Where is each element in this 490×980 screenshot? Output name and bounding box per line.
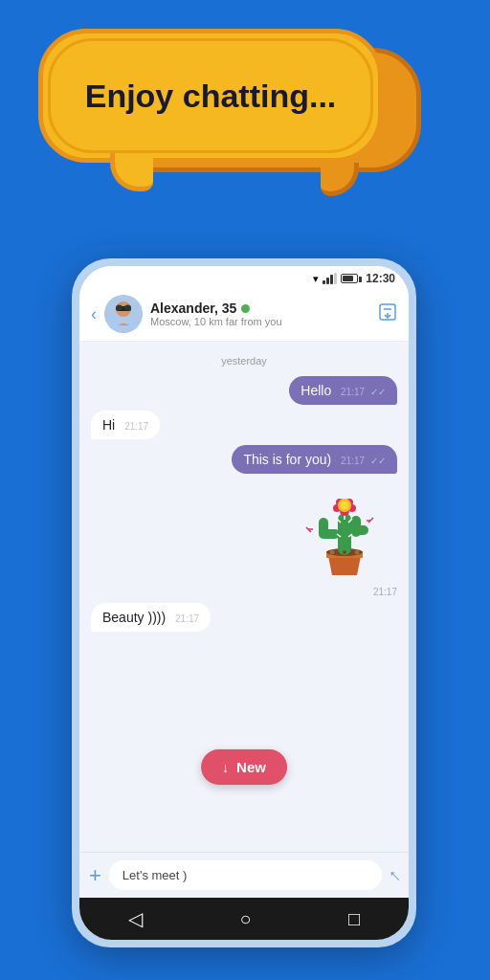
nav-home-button[interactable]: ○ bbox=[239, 908, 251, 930]
bubble-front: Enjoy chatting... bbox=[38, 29, 383, 163]
message-text: Beauty )))) bbox=[102, 610, 166, 625]
cactus-sticker bbox=[292, 479, 397, 585]
svg-point-3 bbox=[116, 305, 122, 311]
new-messages-button-container: ↓ New bbox=[201, 749, 287, 785]
wifi-icon: ▾ bbox=[313, 273, 319, 285]
back-button[interactable]: ‹ bbox=[91, 304, 97, 324]
sticker-container: 21:17 bbox=[91, 479, 397, 597]
nav-recents-button[interactable]: □ bbox=[348, 908, 360, 930]
status-time: 12:30 bbox=[366, 272, 395, 285]
attach-button[interactable]: + bbox=[89, 863, 101, 888]
message-time: 21:17 bbox=[124, 421, 148, 432]
battery-icon bbox=[341, 274, 358, 283]
chat-input-bar: + ↑ bbox=[79, 852, 409, 898]
message-text: Hi bbox=[102, 417, 115, 433]
check-icon: ✓✓ bbox=[370, 387, 386, 397]
date-separator: yesterday bbox=[91, 355, 397, 367]
nav-back-button[interactable]: ◁ bbox=[128, 907, 143, 930]
message-row: This is for you) 21:17 ✓✓ bbox=[91, 445, 397, 474]
message-row: Hi 21:17 bbox=[91, 411, 397, 439]
svg-point-28 bbox=[343, 550, 346, 554]
header-action-button[interactable] bbox=[378, 302, 397, 326]
new-label: New bbox=[236, 759, 266, 775]
send-button[interactable]: ↑ bbox=[383, 864, 405, 886]
chat-body: yesterday Hello 21:17 ✓✓ Hi 21:17 Th bbox=[79, 342, 409, 852]
message-text: This is for you) bbox=[243, 452, 331, 467]
message-text: Hello bbox=[301, 383, 331, 398]
check-icon: ✓✓ bbox=[370, 456, 386, 466]
svg-point-4 bbox=[124, 305, 131, 311]
message-row: Hello 21:17 ✓✓ bbox=[91, 376, 397, 405]
header-info: Alexander, 35 Moscow, 10 km far from you bbox=[150, 301, 370, 327]
bubble-text: Enjoy chatting... bbox=[66, 68, 356, 124]
message-time: 21:17 bbox=[175, 613, 199, 624]
svg-point-26 bbox=[330, 550, 335, 555]
contact-name: Alexander, 35 bbox=[150, 301, 370, 316]
navigation-bar: ◁ ○ □ bbox=[79, 898, 409, 940]
message-row: Beauty )))) 21:17 bbox=[91, 603, 397, 632]
svg-point-27 bbox=[355, 550, 360, 555]
signal-icon bbox=[323, 273, 337, 284]
message-bubble-left: Beauty )))) 21:17 bbox=[91, 603, 211, 632]
phone-screen: ▾ 12:30 ‹ bbox=[79, 266, 409, 940]
svg-rect-11 bbox=[319, 518, 328, 539]
chat-header: ‹ Alexander, 35 Moscow, 10 km far from bbox=[79, 287, 409, 342]
online-indicator bbox=[241, 304, 250, 313]
phone-frame: ▾ 12:30 ‹ bbox=[72, 258, 416, 947]
sticker-time: 21:17 bbox=[373, 587, 397, 597]
message-bubble-right: This is for you) 21:17 ✓✓ bbox=[232, 445, 397, 474]
message-time: 21:17 bbox=[341, 456, 365, 466]
contact-location: Moscow, 10 km far from you bbox=[150, 316, 370, 327]
message-time: 21:17 bbox=[341, 387, 365, 397]
status-bar: ▾ 12:30 bbox=[79, 266, 409, 287]
message-bubble-left: Hi 21:17 bbox=[91, 411, 160, 439]
status-icons: ▾ 12:30 bbox=[313, 272, 395, 285]
speech-bubble-area: Enjoy chatting... bbox=[38, 29, 440, 230]
svg-rect-13 bbox=[351, 516, 361, 537]
message-bubble-right: Hello 21:17 ✓✓ bbox=[289, 376, 397, 405]
avatar bbox=[104, 295, 143, 333]
message-input[interactable] bbox=[109, 860, 382, 890]
new-messages-button[interactable]: ↓ New bbox=[201, 749, 287, 785]
svg-point-25 bbox=[341, 501, 348, 509]
arrow-down-icon: ↓ bbox=[222, 760, 229, 775]
